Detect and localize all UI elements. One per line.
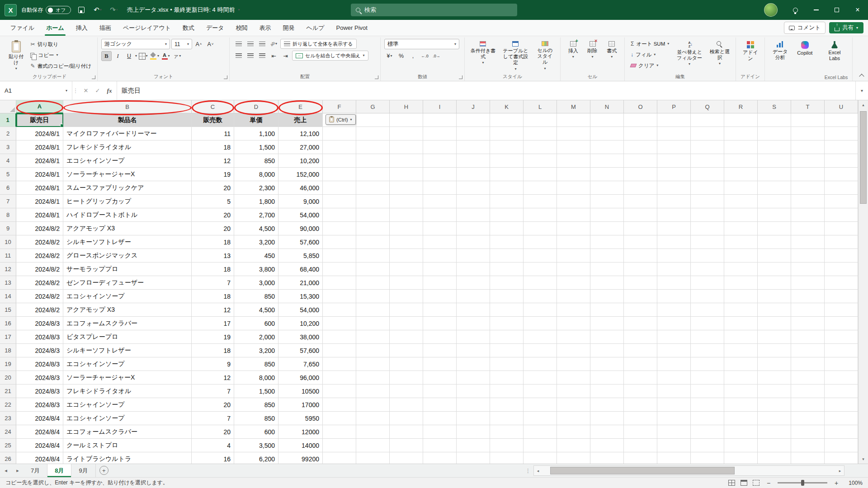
row-header-20[interactable]: 20 bbox=[0, 371, 16, 385]
cell-I2[interactable] bbox=[423, 127, 457, 141]
cell-P21[interactable] bbox=[657, 385, 691, 398]
cell-G7[interactable] bbox=[356, 195, 390, 208]
expand-formula-bar-button[interactable]: ▾ bbox=[855, 81, 868, 100]
cell-U3[interactable] bbox=[825, 141, 858, 154]
conditional-formatting-button[interactable]: 条件付き書式▾ bbox=[468, 39, 498, 66]
cell-U4[interactable] bbox=[825, 154, 858, 168]
font-color-button[interactable]: A▾ bbox=[160, 51, 171, 61]
cell-R22[interactable] bbox=[724, 398, 758, 412]
cell-Q2[interactable] bbox=[691, 127, 724, 141]
cell-M20[interactable] bbox=[557, 371, 590, 385]
align-bottom-button[interactable] bbox=[257, 39, 267, 49]
cell-M2[interactable] bbox=[557, 127, 590, 141]
ribbon-tab-review[interactable]: 校閲 bbox=[230, 20, 254, 36]
cell-R3[interactable] bbox=[724, 141, 758, 154]
cell-Q14[interactable] bbox=[691, 290, 724, 303]
cell-Q16[interactable] bbox=[691, 317, 724, 330]
row-header-13[interactable]: 13 bbox=[0, 276, 16, 290]
cell-L7[interactable] bbox=[524, 195, 557, 208]
cell-K16[interactable] bbox=[490, 317, 524, 330]
cell-N26[interactable] bbox=[590, 452, 624, 464]
cell-O8[interactable] bbox=[624, 208, 657, 222]
cell-G24[interactable] bbox=[356, 425, 390, 439]
cell-M3[interactable] bbox=[557, 141, 590, 154]
cell-C14[interactable]: 18 bbox=[192, 290, 234, 303]
cell-E3[interactable]: 27,000 bbox=[278, 141, 323, 154]
cell-A19[interactable]: 2024/8/3 bbox=[16, 357, 63, 371]
cell-B22[interactable]: エコシャインソープ bbox=[63, 398, 192, 412]
cell-D18[interactable]: 3,200 bbox=[234, 344, 278, 357]
cell-U6[interactable] bbox=[825, 181, 858, 195]
cell-K25[interactable] bbox=[490, 439, 524, 452]
cell-L26[interactable] bbox=[524, 452, 557, 464]
cell-S16[interactable] bbox=[758, 317, 791, 330]
wrap-text-button[interactable]: 折り返して全体を表示する bbox=[280, 39, 357, 49]
zoom-in-button[interactable]: + bbox=[833, 479, 840, 487]
cell-I20[interactable] bbox=[423, 371, 457, 385]
cell-K24[interactable] bbox=[490, 425, 524, 439]
cell-B14[interactable]: エコシャインソープ bbox=[63, 290, 192, 303]
cell-Q21[interactable] bbox=[691, 385, 724, 398]
cell-U9[interactable] bbox=[825, 222, 858, 235]
cell-R10[interactable] bbox=[724, 235, 758, 249]
column-header-Q[interactable]: Q bbox=[691, 100, 724, 113]
font-name-combo[interactable]: 游ゴシック▾ bbox=[101, 39, 170, 49]
cell-R20[interactable] bbox=[724, 371, 758, 385]
cell-J21[interactable] bbox=[457, 385, 490, 398]
cell-L8[interactable] bbox=[524, 208, 557, 222]
cell-O19[interactable] bbox=[624, 357, 657, 371]
cell-G5[interactable] bbox=[356, 168, 390, 181]
cell-L12[interactable] bbox=[524, 263, 557, 276]
cell-K8[interactable] bbox=[490, 208, 524, 222]
cell-O25[interactable] bbox=[624, 439, 657, 452]
cell-D7[interactable]: 1,800 bbox=[234, 195, 278, 208]
cell-Q23[interactable] bbox=[691, 412, 724, 425]
ribbon-tab-power-pivot[interactable]: Power Pivot bbox=[330, 20, 373, 36]
cell-R16[interactable] bbox=[724, 317, 758, 330]
column-header-A[interactable]: A bbox=[16, 100, 63, 113]
cell-S7[interactable] bbox=[758, 195, 791, 208]
cell-T2[interactable] bbox=[791, 127, 825, 141]
cell-J10[interactable] bbox=[457, 235, 490, 249]
cell-A12[interactable]: 2024/8/2 bbox=[16, 263, 63, 276]
cell-B2[interactable]: マイクロファイバードリーマー bbox=[63, 127, 192, 141]
cell-Q13[interactable] bbox=[691, 276, 724, 290]
cell-P22[interactable] bbox=[657, 398, 691, 412]
cell-G13[interactable] bbox=[356, 276, 390, 290]
cell-C25[interactable]: 4 bbox=[192, 439, 234, 452]
cell-H11[interactable] bbox=[390, 249, 423, 263]
scroll-left-icon[interactable]: ◂ bbox=[534, 466, 542, 475]
cancel-button[interactable]: ✕ bbox=[80, 85, 91, 97]
new-sheet-button[interactable]: + bbox=[99, 466, 108, 475]
scroll-up-icon[interactable]: ▴ bbox=[859, 100, 868, 109]
cell-O23[interactable] bbox=[624, 412, 657, 425]
cell-K1[interactable] bbox=[490, 113, 524, 127]
cell-N7[interactable] bbox=[590, 195, 624, 208]
cell-E13[interactable]: 21,000 bbox=[278, 276, 323, 290]
cell-B8[interactable]: ハイドロブーストボトル bbox=[63, 208, 192, 222]
cell-R17[interactable] bbox=[724, 330, 758, 344]
cell-N1[interactable] bbox=[590, 113, 624, 127]
column-header-F[interactable]: F bbox=[323, 100, 356, 113]
sheet-tab-sep[interactable]: 9月 bbox=[71, 464, 95, 477]
page-break-view-icon[interactable] bbox=[753, 480, 760, 486]
cell-U7[interactable] bbox=[825, 195, 858, 208]
cell-D14[interactable]: 850 bbox=[234, 290, 278, 303]
cell-N18[interactable] bbox=[590, 344, 624, 357]
cell-D6[interactable]: 2,300 bbox=[234, 181, 278, 195]
cell-H20[interactable] bbox=[390, 371, 423, 385]
cell-R6[interactable] bbox=[724, 181, 758, 195]
cell-P2[interactable] bbox=[657, 127, 691, 141]
cell-L4[interactable] bbox=[524, 154, 557, 168]
cell-B1[interactable]: 製品名 bbox=[63, 113, 192, 127]
column-header-O[interactable]: O bbox=[624, 100, 657, 113]
align-right-button[interactable] bbox=[257, 51, 267, 61]
row-header-17[interactable]: 17 bbox=[0, 330, 16, 344]
collapse-ribbon-button[interactable] bbox=[859, 74, 864, 79]
cell-B21[interactable]: フレキシドライタオル bbox=[63, 385, 192, 398]
cell-R14[interactable] bbox=[724, 290, 758, 303]
cell-O24[interactable] bbox=[624, 425, 657, 439]
column-header-H[interactable]: H bbox=[390, 100, 423, 113]
cell-Q26[interactable] bbox=[691, 452, 724, 464]
cell-K17[interactable] bbox=[490, 330, 524, 344]
